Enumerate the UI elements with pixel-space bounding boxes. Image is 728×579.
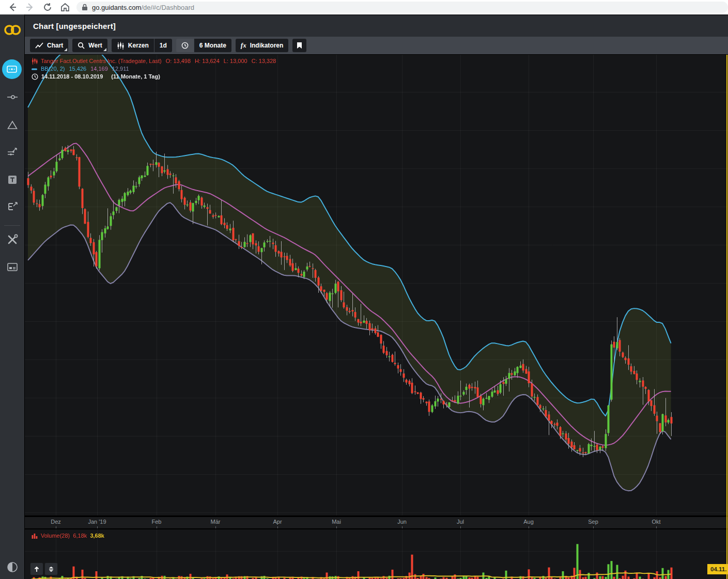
open-value: 13,498 (173, 57, 191, 65)
instrument-name: Tanger Fact.Outlet Centrs Inc. (Tradegat… (41, 57, 162, 65)
chart-type-button[interactable]: Chart (30, 39, 68, 52)
bb-series-icon (32, 68, 38, 71)
instrument-search-button[interactable]: Wert (72, 39, 107, 52)
reload-icon[interactable] (42, 2, 53, 12)
browser-toolbar: go.guidants.com/de/#c/Dashboard (0, 0, 728, 15)
dashboard-widget-icon (6, 65, 18, 74)
sidebar-item-instruments[interactable] (0, 87, 24, 107)
axis-month-label: Jul (457, 519, 464, 525)
interval-button[interactable]: 1d (154, 39, 172, 52)
chart-widget: Tanger Fact.Outlet Centrs Inc. (Tradegat… (24, 55, 728, 579)
instrument-slider-icon (7, 92, 18, 102)
page-title: Chart [ungespeichert] (33, 22, 116, 30)
axis-tick (402, 526, 402, 528)
period-group: 6 Monate (176, 39, 231, 52)
candles-icon (117, 42, 125, 50)
back-icon[interactable] (7, 2, 18, 12)
contrast-icon (7, 561, 18, 573)
price-chart-canvas[interactable] (25, 55, 728, 515)
triangle-icon (7, 120, 18, 130)
url-text: go.guidants.com/de/#c/Dashboard (92, 4, 194, 11)
line-chart-icon (35, 42, 43, 49)
indicator-mixer-icon (7, 147, 18, 158)
search-icon (78, 42, 85, 49)
bb-name: BB(20, 2) (41, 65, 65, 73)
x-axis[interactable]: DezJan '19FebMärAprMaiJunJulAugSepOkt (25, 515, 728, 529)
candles-button[interactable]: Kerzen (112, 39, 154, 52)
volume-series-icon (32, 533, 38, 539)
sidebar-item-analysis[interactable] (0, 115, 24, 135)
axis-tick (593, 526, 594, 528)
tools-icon (7, 234, 18, 245)
axis-month-label: Dez (51, 519, 61, 525)
arrow-up-icon (34, 566, 40, 572)
date-range: 14.11.2018 - 08.10.2019 (41, 73, 103, 81)
date-marker-badge: 04.11. (707, 564, 728, 574)
home-icon[interactable] (60, 2, 70, 12)
text-tool-icon (7, 175, 18, 185)
axis-tick (56, 526, 56, 528)
resize-pane-button[interactable] (44, 562, 58, 575)
guidants-logo-icon (4, 24, 21, 36)
axis-month-label: Mai (332, 519, 341, 525)
sidebar-item-layout[interactable] (0, 257, 24, 277)
candle-interval-group: Kerzen 1d (112, 39, 172, 52)
expand-vertical-icon (48, 566, 54, 572)
axis-tick (460, 526, 461, 528)
volume-name: Volume(28) (41, 533, 70, 539)
collapse-pane-button[interactable] (30, 562, 43, 575)
axis-month-label: Sep (588, 519, 598, 525)
indicators-button[interactable]: fx Indikatoren (236, 39, 289, 52)
axis-month-label: Apr (273, 519, 282, 525)
chart-toolbar: Chart Wert Kerzen 1d 6 Monate fx Indikat… (25, 37, 728, 55)
range-duration: (11 Monate, 1 Tag) (111, 73, 160, 81)
axis-month-label: Aug (523, 519, 534, 525)
clock-icon (181, 42, 189, 49)
sidebar-item-editor[interactable] (0, 196, 24, 217)
screen: go.guidants.com/de/#c/Dashboard (0, 0, 728, 579)
chart-legend: Tanger Fact.Outlet Centrs Inc. (Tradegat… (32, 57, 276, 81)
axis-tick (97, 526, 98, 528)
bb-upper-value: 15,426 (69, 65, 86, 73)
period-clock-button[interactable] (176, 39, 194, 52)
axis-month-label: Mär (211, 519, 221, 525)
axis-month-label: Jan '19 (88, 519, 106, 525)
volume-legend[interactable]: Volume(28) 6,18k 3,68k (32, 533, 104, 539)
low-value: 13,000 (230, 57, 247, 65)
volume-chart-canvas[interactable] (25, 529, 728, 579)
close-value: 13,328 (259, 57, 276, 65)
axis-tick (336, 526, 337, 528)
lock-icon (82, 4, 88, 11)
instrument-legend-row[interactable]: Tanger Fact.Outlet Centrs Inc. (Tradegat… (32, 57, 276, 65)
guidants-logo[interactable] (0, 20, 24, 40)
bookmark-button[interactable] (292, 39, 306, 52)
sidebar-item-dashboard[interactable] (2, 59, 22, 79)
sidebar-item-indicators[interactable] (0, 142, 24, 163)
period-button[interactable]: 6 Monate (194, 39, 231, 52)
address-bar[interactable]: go.guidants.com/de/#c/Dashboard (76, 2, 728, 13)
sidebar (0, 14, 25, 579)
layout-icon (7, 262, 18, 272)
bookmark-icon (297, 42, 302, 49)
volume-ma-value: 3,68k (90, 533, 104, 539)
sidebar-item-theme[interactable] (0, 557, 24, 577)
axis-month-label: Jun (397, 519, 407, 525)
axis-tick (157, 526, 157, 528)
axis-tick (277, 526, 278, 528)
sidebar-item-tools[interactable] (0, 229, 24, 250)
sidebar-divider (4, 225, 20, 226)
sidebar-item-text[interactable] (0, 169, 24, 190)
axis-month-label: Feb (152, 519, 162, 525)
axis-tick (656, 526, 657, 528)
bb-lower-value: 12,911 (112, 65, 129, 73)
range-legend-row: 14.11.2018 - 08.10.2019 (11 Monate, 1 Ta… (32, 73, 276, 81)
axis-tick (215, 526, 216, 528)
forward-icon[interactable] (25, 2, 35, 12)
candle-series-icon (32, 58, 38, 65)
volume-value: 6,18k (73, 533, 87, 539)
bb-legend-row[interactable]: BB(20, 2) 15,426 14,169 12,911 (32, 65, 276, 73)
widget-header: Chart [ungespeichert] (25, 15, 728, 37)
clock-small-icon (32, 73, 38, 80)
axis-month-label: Okt (652, 519, 660, 525)
volume-pane-controls (30, 562, 59, 575)
